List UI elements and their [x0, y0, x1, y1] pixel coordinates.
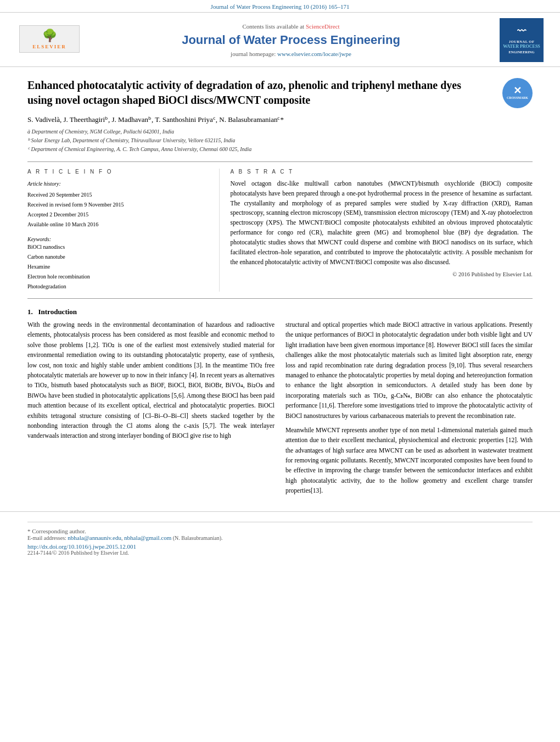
keyword-4: Electron hole recombination	[27, 274, 90, 280]
intro-left-text: With the growing needs in the environmen…	[27, 320, 275, 441]
affiliation-b: ᵇ Solar Energy Lab, Department of Chemis…	[27, 136, 533, 145]
affiliation-a: à Department of Chemistry, NGM College, …	[27, 127, 533, 136]
article-info-heading: A R T I C L E I N F O	[27, 169, 208, 175]
homepage-link[interactable]: www.elsevier.com/locate/jwpe	[277, 51, 351, 57]
abstract-text: Novel octagon disc-like multiwall carbon…	[231, 179, 533, 267]
keywords-section: Keywords: BiOCl nanodiscs Carbon nanotub…	[27, 236, 208, 292]
email-link-2[interactable]: nbhala@gmail.com	[124, 534, 171, 541]
abstract-heading: A B S T R A C T	[231, 169, 533, 175]
journal-reference: Journal of Water Process Engineering 10 …	[211, 3, 350, 10]
contents-available: Contents lists available at ScienceDirec…	[93, 23, 489, 30]
header-center: Contents lists available at ScienceDirec…	[82, 23, 500, 57]
keyword-2: Carbon nanotube	[27, 254, 65, 260]
footer-divider	[27, 522, 533, 522]
accepted-date: Accepted 2 December 2015	[27, 211, 88, 217]
doi-line: http://dx.doi.org/10.1016/j.jwpe.2015.12…	[27, 543, 533, 550]
elsevier-tree-icon: 🌳	[42, 29, 57, 43]
article-body: Enhanced photocatalytic activity of degr…	[0, 67, 560, 511]
article-title: Enhanced photocatalytic activity of degr…	[27, 78, 533, 108]
footer-section: * Corresponding author. E-mail addresses…	[0, 511, 560, 561]
intro-right-text1: structural and optical properties which …	[285, 320, 533, 421]
authors: S. Vadivelà, J. Theerthagiriᵇ, J. Madhav…	[27, 115, 533, 124]
doi-link[interactable]: http://dx.doi.org/10.1016/j.jwpe.2015.12…	[27, 543, 136, 550]
journal-logo-box: 〰 JOURNAL OF WATER PROCESS ENGINEERING	[500, 18, 544, 62]
revised-date: Received in revised form 9 November 2015	[27, 202, 124, 208]
top-bar: Journal of Water Process Engineering 10 …	[0, 0, 560, 12]
article-history: Article history: Received 20 September 2…	[27, 179, 208, 230]
page: Journal of Water Process Engineering 10 …	[0, 0, 560, 742]
elsevier-text: ELSEVIER	[32, 44, 66, 49]
crossmark-icon: ✕	[513, 86, 522, 96]
main-col-right: structural and optical properties which …	[285, 320, 533, 500]
logo-line3: ENGINEERING	[509, 50, 535, 54]
abstract-column: A B S T R A C T Novel octagon disc-like …	[220, 169, 533, 292]
elsevier-logo: 🌳 ELSEVIER	[16, 25, 82, 55]
affiliation-c: ᶜ Department of Chemical Engineering, A.…	[27, 145, 533, 154]
keywords-list: BiOCl nanodiscs Carbon nanotube Hexamine…	[27, 242, 208, 292]
crossmark-label: CrossMark	[507, 96, 528, 100]
logo-line1: JOURNAL OF	[509, 40, 535, 44]
journal-title: Journal of Water Process Engineering	[93, 33, 489, 47]
keyword-3: Hexamine	[27, 264, 50, 270]
logo-line2: WATER PROCESS	[503, 44, 540, 49]
header-section: 🌳 ELSEVIER Contents lists available at S…	[0, 12, 560, 67]
intro-section-title: 1. Introduction	[27, 308, 533, 316]
sciencedirect-link[interactable]: ScienceDirect	[306, 23, 340, 30]
issn-line: 2214-7144/© 2016 Published by Elsevier L…	[27, 550, 533, 556]
received-date: Received 20 September 2015	[27, 192, 92, 198]
email-addresses: E-mail addresses: nbhala@annauniv.edu, n…	[27, 534, 533, 541]
intro-right-text2: Meanwhile MWCNT represents another type …	[285, 425, 533, 496]
article-info-abstract: A R T I C L E I N F O Article history: R…	[27, 161, 533, 299]
logo-waves-icon: 〰	[517, 26, 526, 37]
journal-homepage: journal homepage: www.elsevier.com/locat…	[93, 51, 489, 57]
elsevier-logo-img: 🌳 ELSEVIER	[19, 25, 80, 53]
copyright-line: © 2016 Published by Elsevier Ltd.	[231, 271, 533, 277]
main-content: With the growing needs in the environmen…	[27, 320, 533, 500]
crossmark-badge: ✕ CrossMark	[502, 78, 533, 108]
main-col-left: With the growing needs in the environmen…	[27, 320, 275, 500]
keywords-label: Keywords:	[27, 236, 208, 242]
affiliations: à Department of Chemistry, NGM College, …	[27, 127, 533, 154]
keyword-1: BiOCl nanodiscs	[27, 244, 65, 250]
email-link-1[interactable]: nbhala@annauniv.edu	[68, 534, 121, 541]
online-date: Available online 10 March 2016	[27, 221, 98, 227]
article-info-column: A R T I C L E I N F O Article history: R…	[27, 169, 220, 292]
footnote-corresponding: * Corresponding author.	[27, 528, 533, 534]
keyword-5: Photodegradation	[27, 283, 66, 289]
